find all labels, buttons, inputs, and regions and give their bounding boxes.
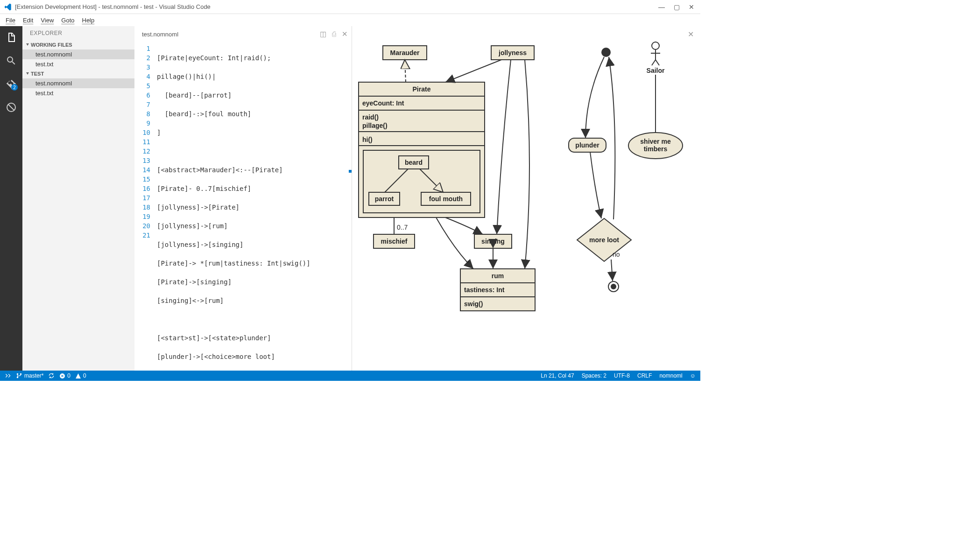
svg-text:timbers: timbers — [644, 145, 668, 153]
activity-bar: 2 — [0, 26, 22, 371]
vscode-icon — [4, 3, 12, 11]
folder-file-txt[interactable]: test.txt — [22, 88, 134, 98]
svg-point-47 — [20, 373, 22, 375]
chevron-down-icon — [26, 72, 29, 75]
preview-panel: ✕ Marauder jollyness Pirate eyeCount: In… — [352, 26, 700, 371]
status-feedback[interactable]: ☺ — [690, 372, 696, 379]
editor-tab-bar: test.nomnoml ◫ ⎙ ✕ — [134, 26, 352, 42]
close-editor-icon[interactable]: ✕ — [342, 30, 348, 38]
nomnoml-diagram: Marauder jollyness Pirate eyeCount: Int … — [352, 26, 700, 371]
activity-git[interactable]: 2 — [4, 77, 19, 91]
editor-panel: test.nomnoml ◫ ⎙ ✕ 1 2 3 4 5 6 7 8 9 10 … — [134, 26, 352, 371]
status-warnings[interactable]: 0 — [75, 372, 86, 379]
svg-text:shiver me: shiver me — [640, 138, 671, 145]
sync-icon — [48, 372, 55, 379]
line-gutter: 1 2 3 4 5 6 7 8 9 10 11 12 13 14 15 16 1… — [134, 42, 157, 371]
svg-text:jollyness: jollyness — [498, 49, 527, 56]
svg-point-38 — [611, 284, 616, 289]
status-encoding[interactable]: UTF-8 — [614, 372, 630, 379]
status-branch[interactable]: master* — [16, 372, 43, 379]
status-errors[interactable]: 0 — [59, 372, 71, 379]
working-file-nomnoml[interactable]: test.nomnoml — [22, 49, 134, 59]
svg-text:rum: rum — [492, 272, 504, 280]
svg-point-45 — [17, 373, 19, 375]
svg-text:*: * — [467, 259, 470, 266]
svg-text:plunder: plunder — [575, 141, 599, 149]
svg-text:pillage(): pillage() — [362, 122, 388, 129]
close-preview-icon[interactable]: ✕ — [688, 30, 694, 39]
git-badge: 2 — [11, 84, 18, 91]
editor-body[interactable]: 1 2 3 4 5 6 7 8 9 10 11 12 13 14 15 16 1… — [134, 42, 352, 371]
status-sync[interactable] — [48, 372, 55, 379]
svg-text:singing: singing — [481, 238, 505, 245]
explorer-sidebar: EXPLORER WORKING FILES test.nomnoml test… — [22, 26, 134, 371]
svg-text:eyeCount: Int: eyeCount: Int — [362, 99, 404, 107]
preview-icon[interactable]: ⎙ — [332, 30, 336, 38]
editor-tab[interactable]: test.nomnoml — [138, 28, 182, 41]
working-file-txt[interactable]: test.txt — [22, 59, 134, 69]
explorer-title: EXPLORER — [22, 26, 134, 40]
svg-point-40 — [652, 42, 659, 49]
menu-file[interactable]: File — [2, 16, 19, 25]
status-eol[interactable]: CRLF — [637, 372, 652, 379]
svg-text:no: no — [613, 251, 620, 258]
chevron-down-icon — [26, 43, 29, 46]
status-remote[interactable] — [5, 372, 11, 379]
warning-icon — [75, 373, 81, 379]
activity-debug[interactable] — [4, 100, 19, 115]
maximize-button[interactable]: ▢ — [673, 4, 680, 10]
svg-text:foul mouth: foul mouth — [429, 195, 463, 203]
folder-header[interactable]: TEST — [22, 69, 134, 78]
files-icon — [6, 32, 17, 43]
debug-icon — [6, 102, 17, 113]
svg-text:Sailor: Sailor — [647, 67, 665, 74]
overview-ruler[interactable] — [349, 42, 352, 371]
menu-view[interactable]: View — [37, 16, 57, 25]
svg-text:parrot: parrot — [375, 195, 394, 203]
status-lang[interactable]: nomnoml — [659, 372, 682, 379]
svg-text:mischief: mischief — [381, 238, 408, 245]
svg-text:Pirate: Pirate — [413, 85, 431, 93]
status-bar: master* 0 0 Ln 21, Col 47 Spaces: 2 UTF-… — [0, 371, 700, 381]
start-node — [601, 48, 611, 57]
svg-text:swig(): swig() — [464, 300, 483, 308]
svg-text:hi(): hi() — [362, 136, 373, 143]
ruler-mark — [349, 170, 352, 173]
code-content[interactable]: [Pirate|eyeCount: Int|raid(); pillage()|… — [157, 42, 352, 371]
svg-text:beard: beard — [405, 159, 423, 166]
error-icon — [59, 373, 65, 379]
status-spaces[interactable]: Spaces: 2 — [582, 372, 606, 379]
git-branch-icon — [16, 372, 22, 379]
split-editor-icon[interactable]: ◫ — [320, 30, 326, 38]
menu-goto[interactable]: Goto — [57, 16, 78, 25]
window-title: [Extension Development Host] - test.nomn… — [15, 3, 658, 10]
minimize-button[interactable]: — — [658, 4, 665, 10]
menu-bar: File Edit View Goto Help — [0, 14, 700, 26]
working-files-header[interactable]: WORKING FILES — [22, 40, 134, 49]
menu-help[interactable]: Help — [78, 16, 99, 25]
status-ln-col[interactable]: Ln 21, Col 47 — [541, 372, 574, 379]
title-bar: [Extension Development Host] - test.nomn… — [0, 0, 700, 14]
svg-text:tastiness: Int: tastiness: Int — [464, 286, 505, 294]
search-icon — [6, 55, 17, 66]
menu-edit[interactable]: Edit — [19, 16, 37, 25]
svg-text:Marauder: Marauder — [390, 49, 420, 56]
svg-point-46 — [17, 377, 19, 379]
svg-text:more loot: more loot — [589, 236, 619, 244]
activity-search[interactable] — [4, 53, 19, 68]
folder-file-nomnoml[interactable]: test.nomnoml — [22, 78, 134, 88]
svg-text:0..7: 0..7 — [397, 224, 408, 231]
svg-text:raid(): raid() — [362, 113, 379, 121]
close-button[interactable]: ✕ — [688, 4, 695, 10]
activity-explorer[interactable] — [4, 30, 19, 45]
